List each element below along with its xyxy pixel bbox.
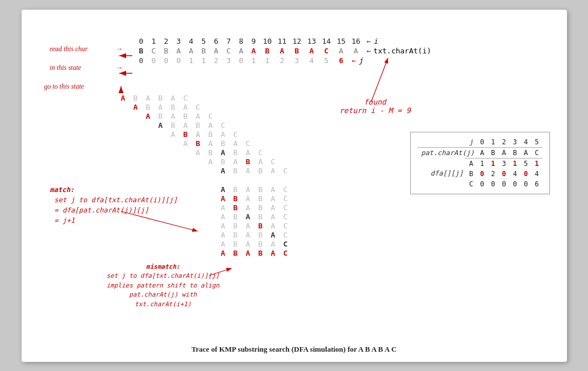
dfa-r0-A2: A [142, 94, 155, 102]
char-B12: B [290, 47, 305, 55]
main-card: 0 1 2 3 4 5 6 7 8 9 10 11 12 13 14 15 16… [22, 10, 567, 362]
j-left-arrow: ← [352, 56, 357, 65]
dfa-r4-B: B [180, 130, 192, 139]
state-4: 1 [185, 56, 198, 65]
found-label: found return i - M = 9 [340, 98, 411, 115]
state-row: 0 0 0 0 1 1 2 3 0 1 1 2 3 4 5 6 [135, 56, 349, 65]
dfa-r0-B2: B [155, 94, 167, 102]
idx-13: 13 [305, 37, 319, 45]
read-this-char-label: read this char [50, 45, 88, 53]
char-B0: B [135, 47, 148, 55]
idx-8: 8 [235, 37, 248, 45]
match-title: match: [50, 185, 178, 195]
state-11: 2 [275, 56, 290, 65]
read-arrow: → [116, 45, 123, 53]
state-2: 0 [160, 56, 173, 65]
dfa-r0-A: A [117, 94, 130, 102]
mismatch-annotation: mismatch: set j to dfa[txt.charAt(i)][j]… [107, 262, 220, 310]
txt-left-arrow: ← [367, 47, 372, 55]
idx-11: 11 [275, 37, 290, 45]
idx-1: 1 [148, 37, 160, 45]
i-label: i [373, 37, 378, 45]
go-to-this-state-label: go to this state [44, 82, 84, 91]
found-text: found [340, 98, 411, 106]
dfa-r2-A: A [142, 112, 155, 120]
idx-15: 15 [334, 37, 349, 45]
state-12: 3 [290, 56, 305, 65]
idx-7: 7 [223, 37, 235, 45]
char-B10: B [260, 47, 275, 55]
char-B5: B [198, 47, 210, 55]
j-label: j [358, 56, 363, 65]
mismatch-line1: set j to dfa[txt.charAt(i)][j] [107, 272, 220, 281]
idx-9: 9 [248, 37, 260, 45]
mismatch-line2: implies pattern shift to align [107, 281, 220, 291]
i-left-arrow: ← [367, 37, 372, 45]
state-6: 2 [210, 56, 223, 65]
idx-0: 0 [135, 37, 148, 45]
idx-16: 16 [349, 37, 364, 45]
in-this-state-label: in this state [50, 64, 81, 72]
state-10: 1 [260, 56, 275, 65]
state-arrow: → [116, 64, 123, 72]
dfa-r3-A: A [155, 121, 167, 130]
char-A13: A [305, 47, 319, 55]
state-14: 5 [319, 56, 334, 65]
match-line1: set j to dfa[txt.charAt(i)][j] [50, 195, 178, 205]
match-line2: = dfa[pat.charAt(j)][j] [50, 205, 178, 215]
state-15: 6 [334, 56, 349, 65]
state-5: 1 [198, 56, 210, 65]
dfa-r1-A: A [130, 103, 142, 111]
idx-2: 2 [160, 37, 173, 45]
idx-5: 5 [198, 37, 210, 45]
char-A4: A [185, 47, 198, 55]
mismatch-title: mismatch: [107, 262, 220, 272]
idx-10: 10 [260, 37, 275, 45]
mismatch-line3: pat.charAt(j) with [107, 290, 220, 300]
idx-12: 12 [290, 37, 305, 45]
state-0: 0 [135, 56, 148, 65]
state-3: 0 [173, 56, 185, 65]
dfa-r0-C: C [180, 94, 192, 102]
idx-4: 4 [185, 37, 198, 45]
dfa-trace-area: A B A B A C A B A B A C A B A B A C A [22, 94, 362, 258]
dfa-r0-A3: A [167, 94, 180, 102]
char-C1: C [148, 47, 160, 55]
match-line3: = j+1 [50, 215, 178, 226]
char-A15: A [334, 47, 349, 55]
dfa-r0-B: B [130, 94, 142, 102]
index-row: 0 1 2 3 4 5 6 7 8 9 10 11 12 13 14 15 16 [135, 37, 364, 45]
found-return: return i - M = 9 [340, 106, 411, 115]
char-A6: A [210, 47, 223, 55]
mismatch-line4: txt.charAt(i+1) [107, 300, 220, 310]
char-A16: A [349, 47, 364, 55]
char-row: B C B A A B A C A A B A B A C A A [135, 47, 364, 55]
caption: Trace of KMP substring search (DFA simul… [22, 345, 567, 354]
idx-6: 6 [210, 37, 223, 45]
state-1: 0 [148, 56, 160, 65]
idx-3: 3 [173, 37, 185, 45]
idx-14: 14 [319, 37, 334, 45]
char-C7: C [223, 47, 235, 55]
char-A9: A [248, 47, 260, 55]
char-B2: B [160, 47, 173, 55]
state-7: 3 [223, 56, 235, 65]
char-C14: C [319, 47, 334, 55]
state-13: 4 [305, 56, 319, 65]
char-A11: A [275, 47, 290, 55]
dfa-table: j 0 1 2 3 4 5 pat.charAt(j) ABABAC dfa[]… [410, 132, 549, 194]
state-9: 1 [248, 56, 260, 65]
dfa-table-inner: j 0 1 2 3 4 5 pat.charAt(j) ABABAC dfa[]… [418, 137, 542, 189]
match-annotation: match: set j to dfa[txt.charAt(i)][j] = … [50, 185, 178, 226]
txt-label: txt.charAt(i) [373, 47, 431, 55]
char-A3: A [173, 47, 185, 55]
char-A8: A [235, 47, 248, 55]
state-8: 0 [235, 56, 248, 65]
